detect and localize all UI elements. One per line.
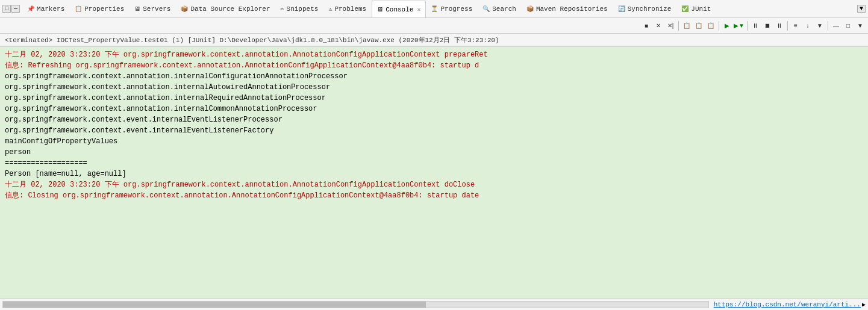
tab-synchronize-label: Synchronize: [628, 5, 672, 13]
bottom-link[interactable]: https://blog.csdn.net/weranyi/arti...: [714, 301, 861, 308]
tab-search[interactable]: 🔍 Search: [478, 0, 522, 17]
console-output[interactable]: 十二月 02, 2020 3:23:20 下午 org.springframew…: [0, 47, 868, 298]
tab-progress[interactable]: ⏳ Progress: [426, 0, 478, 17]
tab-properties-label: Properties: [84, 5, 124, 13]
pin-btn[interactable]: ≡: [790, 20, 801, 31]
console-toolbar: ■ ✕ ✕| 📋 📋 📋 ▶ ▶▼ ⏸ ⏹ ⏸ ≡ ↓ ▼ —: [0, 18, 868, 34]
tab-servers[interactable]: 🖥 Servers: [130, 0, 176, 17]
console-dropdown-btn[interactable]: ▼: [814, 20, 825, 31]
separator-1: [678, 21, 679, 31]
synchronize-icon: 🔄: [618, 5, 625, 13]
copy-btn[interactable]: 📋: [681, 20, 692, 31]
tab-markers[interactable]: 📌 Markers: [22, 0, 70, 17]
properties-icon: 📋: [75, 5, 82, 13]
maven-icon: 📦: [526, 5, 534, 13]
tab-properties[interactable]: 📋 Properties: [70, 0, 130, 17]
tab-console-label: Console: [386, 6, 413, 13]
console-line-13: 十二月 02, 2020 3:23:20 下午 org.springframew…: [5, 179, 863, 190]
scrollbar-thumb: [3, 302, 426, 308]
view-menu-btn[interactable]: ▼: [857, 5, 866, 13]
tab-snippets[interactable]: ✂ Snippets: [276, 0, 324, 17]
separator-4: [787, 21, 788, 31]
window-min-btn[interactable]: —: [11, 5, 20, 13]
word-wrap-btn[interactable]: ⏹: [762, 20, 773, 31]
tab-console[interactable]: 🖥 Console ✕: [372, 1, 426, 18]
open-console-btn[interactable]: ↓: [802, 20, 813, 31]
problems-icon: ⚠: [328, 5, 332, 13]
console-icon: 🖥: [377, 6, 383, 13]
datasource-icon: 📦: [181, 5, 188, 13]
separator-3: [747, 21, 748, 31]
tab-junit[interactable]: ✅ JUnit: [676, 0, 716, 17]
bottom-bar: https://blog.csdn.net/weranyi/arti... ▶: [0, 298, 868, 310]
console-line-3: org.springframework.context.annotation.i…: [5, 71, 863, 82]
console-line-2: 信息: Refreshing org.springframework.conte…: [5, 60, 863, 71]
tab-progress-label: Progress: [440, 5, 472, 13]
console-line-14: 信息: Closing org.springframework.context.…: [5, 190, 863, 201]
stop-btn[interactable]: ■: [641, 20, 652, 31]
terminated-status: <terminated> IOCTest_PropertyValue.test0…: [5, 36, 499, 45]
window-restore-btn[interactable]: □: [2, 5, 11, 13]
tab-datasource[interactable]: 📦 Data Source Explorer: [176, 0, 275, 17]
separator-2: [719, 21, 719, 31]
tab-bar-right: ▼: [855, 5, 866, 13]
junit-icon: ✅: [681, 5, 688, 13]
tab-problems[interactable]: ⚠ Problems: [323, 0, 372, 17]
tab-maven[interactable]: 📦 Maven Repositories: [522, 0, 613, 17]
tab-maven-label: Maven Repositories: [536, 5, 608, 13]
remove-btn[interactable]: ✕: [653, 20, 664, 31]
run-dropdown-btn[interactable]: ▶▼: [734, 20, 745, 31]
progress-icon: ⏳: [431, 5, 438, 13]
remove-all-btn[interactable]: ✕|: [665, 20, 676, 31]
snippets-icon: ✂: [281, 5, 284, 13]
console-line-10: person: [5, 147, 863, 158]
scroll-lock-btn[interactable]: ⏸: [750, 20, 761, 31]
horizontal-scrollbar[interactable]: [2, 301, 709, 308]
servers-icon: 🖥: [134, 5, 140, 13]
tab-search-label: Search: [492, 5, 516, 13]
tab-markers-label: Markers: [37, 5, 64, 13]
console-line-7: org.springframework.context.event.intern…: [5, 114, 863, 125]
run-btn[interactable]: ▶: [722, 20, 732, 31]
tab-servers-label: Servers: [143, 5, 170, 13]
markers-icon: 📌: [27, 5, 34, 13]
console-line-4: org.springframework.context.annotation.i…: [5, 82, 863, 93]
console-line-11: ===================: [5, 158, 863, 169]
console-line-8: org.springframework.context.event.intern…: [5, 125, 863, 136]
paste-btn[interactable]: 📋: [693, 20, 704, 31]
eclipse-window: □ — 📌 Markers 📋 Properties 🖥 Servers 📦 D…: [0, 0, 868, 310]
console-line-9: mainConfigOfPropertyValues: [5, 136, 863, 147]
minimize-panel-btn[interactable]: —: [831, 20, 841, 31]
show-output-btn[interactable]: ⏸: [774, 20, 785, 31]
tab-junit-label: JUnit: [691, 5, 711, 13]
tab-problems-label: Problems: [334, 5, 366, 13]
separator-5: [828, 21, 828, 31]
maximize-panel-btn[interactable]: □: [843, 20, 854, 31]
console-line-5: org.springframework.context.annotation.i…: [5, 93, 863, 104]
clear-btn[interactable]: 📋: [705, 20, 716, 31]
tab-synchronize[interactable]: 🔄 Synchronize: [613, 0, 677, 17]
panel-menu-btn[interactable]: ▼: [855, 20, 866, 31]
console-line-6: org.springframework.context.annotation.i…: [5, 104, 863, 114]
bottom-arrow-icon[interactable]: ▶: [862, 301, 866, 308]
tab-datasource-label: Data Source Explorer: [190, 5, 270, 13]
tab-snippets-label: Snippets: [287, 5, 319, 13]
console-close-icon[interactable]: ✕: [417, 6, 420, 13]
console-status-bar: <terminated> IOCTest_PropertyValue.test0…: [0, 34, 868, 47]
console-line-12: Person [name=null, age=null]: [5, 169, 863, 179]
tab-bar: □ — 📌 Markers 📋 Properties 🖥 Servers 📦 D…: [0, 0, 868, 18]
console-line-1: 十二月 02, 2020 3:23:20 下午 org.springframew…: [5, 49, 863, 60]
search-icon: 🔍: [482, 5, 490, 13]
